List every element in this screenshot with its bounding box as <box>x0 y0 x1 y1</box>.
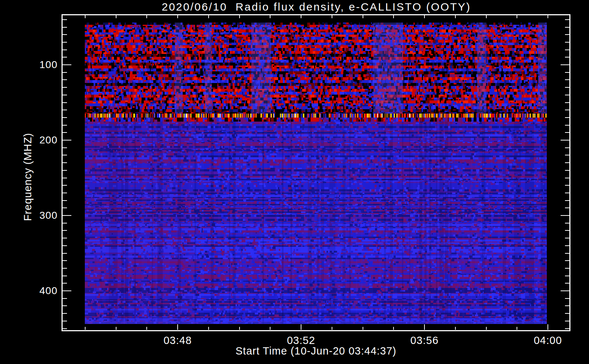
y-minor-tick-right <box>565 245 569 246</box>
y-minor-tick-left <box>63 200 67 201</box>
y-minor-tick-right <box>565 178 569 178</box>
y-minor-tick-right <box>565 79 569 80</box>
x-major-tick <box>548 324 548 330</box>
y-minor-tick-left <box>63 102 67 103</box>
x-minor-tick <box>85 327 86 330</box>
x-top-tick <box>486 15 487 18</box>
x-minor-tick <box>393 327 394 330</box>
y-minor-tick-right <box>565 42 569 43</box>
y-minor-tick-right <box>565 313 569 314</box>
x-minor-tick <box>455 327 456 330</box>
y-minor-tick-left <box>63 117 67 118</box>
y-minor-tick-left <box>63 207 67 208</box>
y-minor-tick-right <box>565 223 569 223</box>
y-minor-tick-left <box>63 27 67 28</box>
x-top-tick <box>332 15 332 18</box>
y-minor-tick-left <box>63 125 67 126</box>
x-minor-tick <box>486 327 487 330</box>
x-minor-tick <box>208 327 209 330</box>
spectrogram-screen: 2020/06/10 Radio flux density, e-CALLIST… <box>0 0 589 364</box>
x-axis-title: Start Time (10-Jun-20 03:44:37) <box>236 345 396 357</box>
y-minor-tick-right <box>565 50 569 50</box>
y-minor-tick-left <box>63 253 67 254</box>
y-minor-tick-left <box>63 50 67 50</box>
y-minor-tick-right <box>565 321 569 321</box>
y-minor-tick-right <box>565 328 569 329</box>
y-minor-tick-right <box>565 268 569 269</box>
y-minor-tick-right <box>565 276 569 276</box>
y-minor-tick-right <box>565 230 569 231</box>
x-top-tick <box>146 15 147 18</box>
y-minor-tick-left <box>63 162 67 163</box>
y-axis-title: Frequency (MHZ) <box>22 133 34 221</box>
x-top-tick <box>517 15 517 18</box>
y-minor-tick-left <box>63 245 67 246</box>
y-minor-tick-left <box>63 87 67 88</box>
y-minor-tick-left <box>63 178 67 178</box>
y-minor-tick-left <box>63 230 67 231</box>
spectrogram-heatmap <box>85 23 547 324</box>
y-minor-tick-left <box>63 238 67 238</box>
y-minor-tick-right <box>565 87 569 88</box>
y-minor-tick-right <box>565 19 569 20</box>
y-minor-tick-left <box>63 328 67 329</box>
x-minor-tick <box>239 327 240 330</box>
y-minor-tick-left <box>63 223 67 223</box>
y-minor-tick-left <box>63 185 67 186</box>
y-major-tick-left <box>63 215 71 216</box>
x-top-tick <box>239 15 240 18</box>
y-major-tick-left <box>63 290 71 291</box>
y-minor-tick-right <box>565 72 569 73</box>
y-minor-tick-right <box>565 170 569 171</box>
y-minor-tick-left <box>63 283 67 284</box>
y-major-tick-left <box>63 140 71 141</box>
x-top-tick <box>177 15 178 18</box>
x-top-tick <box>270 15 270 18</box>
y-minor-tick-left <box>63 19 67 20</box>
chart-title: 2020/06/10 Radio flux density, e-CALLIST… <box>162 1 471 13</box>
y-major-tick-right <box>561 140 569 141</box>
y-minor-tick-left <box>63 42 67 43</box>
x-major-tick <box>301 324 301 330</box>
y-minor-tick-left <box>63 155 67 155</box>
y-minor-tick-left <box>63 170 67 171</box>
x-top-tick <box>301 15 301 18</box>
y-minor-tick-left <box>63 260 67 261</box>
y-minor-tick-right <box>565 207 569 208</box>
y-minor-tick-right <box>565 253 569 254</box>
y-minor-tick-left <box>63 321 67 321</box>
y-minor-tick-left <box>63 79 67 80</box>
y-major-tick-right <box>561 64 569 65</box>
y-tick-label: 200 <box>31 134 58 146</box>
x-top-tick <box>455 15 456 18</box>
x-minor-tick <box>363 327 363 330</box>
y-minor-tick-right <box>565 34 569 35</box>
y-minor-tick-left <box>63 193 67 193</box>
y-minor-tick-left <box>63 268 67 269</box>
y-minor-tick-left <box>63 57 67 58</box>
y-minor-tick-right <box>565 125 569 126</box>
y-minor-tick-right <box>565 193 569 193</box>
y-minor-tick-right <box>565 117 569 118</box>
y-minor-tick-left <box>63 72 67 73</box>
y-major-tick-right <box>561 215 569 216</box>
y-minor-tick-right <box>565 155 569 155</box>
x-minor-tick <box>517 327 517 330</box>
x-tick-label: 03:48 <box>163 335 192 347</box>
y-minor-tick-right <box>565 283 569 284</box>
y-minor-tick-right <box>565 162 569 163</box>
y-tick-label: 300 <box>31 210 58 221</box>
y-minor-tick-right <box>565 298 569 299</box>
y-minor-tick-left <box>63 147 67 148</box>
y-minor-tick-right <box>565 260 569 261</box>
y-minor-tick-left <box>63 298 67 299</box>
y-minor-tick-right <box>565 238 569 238</box>
y-minor-tick-right <box>565 57 569 58</box>
x-top-tick <box>116 15 116 18</box>
y-minor-tick-right <box>565 95 569 95</box>
x-major-tick <box>177 324 178 330</box>
x-top-tick <box>85 15 86 18</box>
y-minor-tick-right <box>565 102 569 103</box>
y-minor-tick-right <box>565 132 569 133</box>
y-minor-tick-left <box>63 305 67 306</box>
